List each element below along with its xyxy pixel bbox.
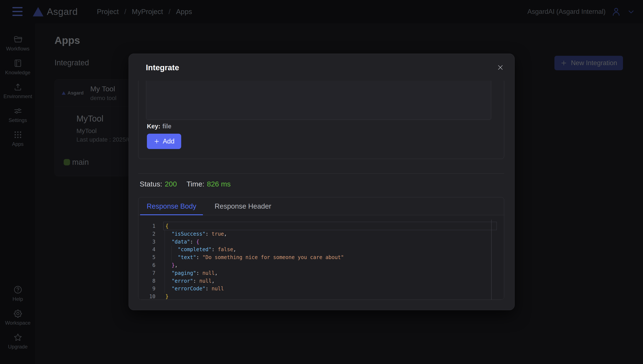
tab-response-body[interactable]: Response Body [140,197,203,215]
code-line: 10} [138,293,504,300]
line-number: 1 [138,222,156,230]
code-line: 8 "error": null, [138,277,504,285]
line-number: 2 [138,230,156,238]
close-icon[interactable] [495,62,506,73]
line-number: 9 [138,285,156,293]
app-root: Asgard Project/MyProject/Apps AsgardAI (… [0,0,643,364]
file-input-area[interactable] [146,81,491,120]
tab-label: Response Body [147,202,196,210]
line-number: 8 [138,277,156,285]
indent-guide [164,230,165,293]
line-number: 7 [138,269,156,277]
divider [138,173,504,174]
tab-label: Response Header [214,202,271,210]
key-value: file [162,123,172,130]
response-time: Time:826 ms [186,180,230,188]
line-number: 10 [138,293,156,300]
code-line: 5 "text": "Do something nice for someone… [138,254,504,262]
modal-title: Integrate [146,63,179,72]
code-line: 2 "isSuccess": true, [138,230,504,238]
plus-icon [154,138,160,144]
line-number: 6 [138,262,156,269]
line-number: 4 [138,246,156,254]
add-button[interactable]: Add [147,134,181,149]
status-code: Status:200 [140,180,177,188]
key-row: Key:file [147,123,172,130]
time-value: 826 ms [207,180,231,188]
tab-response-header[interactable]: Response Header [208,197,278,215]
active-line-highlight [163,222,497,230]
line-number: 3 [138,238,156,246]
code-lines: 1{2 "isSuccess": true,3 "data": {4 "comp… [138,222,504,300]
integration-form-panel: Key:file Add [138,81,504,159]
code-line: 6 }, [138,262,504,269]
line-number: 5 [138,254,156,262]
code-line: 4 "completed": false, [138,246,504,254]
status-value: 200 [165,180,177,188]
response-panel: Response BodyResponse Header 1{2 "isSucc… [138,197,504,300]
response-tabs: Response BodyResponse Header [138,197,504,215]
code-line: 7 "paging": null, [138,269,504,277]
code-line: 9 "errorCode": null [138,285,504,293]
editor-scrollbar[interactable] [491,220,492,300]
code-line: 3 "data": { [138,238,504,246]
integrate-modal: Integrate Key:file Add Status:200 Time:8… [128,54,514,310]
